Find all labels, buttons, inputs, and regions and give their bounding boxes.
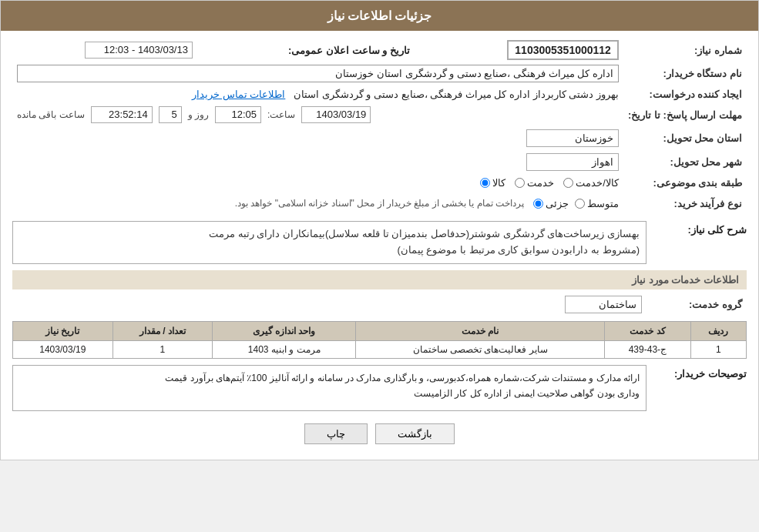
print-button[interactable]: چاپ <box>304 423 368 444</box>
announce-value: 1403/03/13 - 12:03 <box>85 42 193 59</box>
category-kala-khadamat-radio[interactable] <box>563 178 573 188</box>
table-cell: 1 <box>113 340 212 358</box>
buyer-notes-line2: وداری بودن گواهی صلاحيت ايمنی از اداره ک… <box>19 386 640 401</box>
col-header-rownum: رديف <box>690 321 746 340</box>
table-row: 1ج-43-439ساير فعاليت‌های تخصصی ساختمانمر… <box>13 340 747 358</box>
process-jozii-radio[interactable] <box>533 199 543 209</box>
page-header: جزئيات اطلاعات نياز <box>1 1 758 31</box>
creator-label: ايجاد کننده درخواست: <box>623 85 747 103</box>
category-options: کالا/خدمت خدمت کالا <box>17 177 619 189</box>
need-number-value: 1103005351000112 <box>507 40 619 60</box>
remaining-label: ساعت باقی مانده <box>17 109 85 120</box>
col-header-unit: واحد اندازه گيری <box>213 321 356 340</box>
col-header-code: کد خدمت <box>605 321 691 340</box>
response-deadline-label: مهلت ارسال پاسخ: تا تاريخ: <box>623 103 747 126</box>
buyer-org-value: اداره کل ميراث فرهنگی ،صنايع دستی و گردش… <box>17 65 619 82</box>
table-cell: 1 <box>690 340 746 358</box>
table-cell: ج-43-439 <box>605 340 691 358</box>
category-khadamat-radio[interactable] <box>515 178 525 188</box>
process-jozii: جزئی <box>533 198 569 209</box>
process-label: نوع فرآيند خريد: <box>623 192 747 215</box>
category-khadamat: خدمت <box>515 177 554 189</box>
col-header-name: نام خدمت <box>356 321 605 340</box>
buyer-org-label: نام دستگاه خريدار: <box>623 62 747 85</box>
remaining-time: 23:52:14 <box>91 106 153 123</box>
service-group-label: گروه خدمت: <box>646 293 747 316</box>
col-header-date: تاريخ نياز <box>13 321 113 340</box>
col-header-qty: تعداد / مقدار <box>113 321 212 340</box>
need-description-label: شرح کلی نياز: <box>646 221 747 264</box>
back-button[interactable]: بازگشت <box>375 423 455 444</box>
need-number-label: شماره نياز: <box>623 38 747 62</box>
table-cell: ساير فعاليت‌های تخصصی ساختمان <box>356 340 605 358</box>
contact-link[interactable]: اطلاعات تماس خريدار <box>192 89 285 100</box>
services-table: رديف کد خدمت نام خدمت واحد اندازه گيری ت… <box>12 321 747 359</box>
deadline-date: 1403/03/19 <box>301 106 371 123</box>
process-motavaset-radio[interactable] <box>575 199 585 209</box>
table-cell: 1403/03/19 <box>13 340 113 358</box>
need-description-line2: (مشروط به دارابودن سوابق کاری مرتبط با م… <box>19 243 640 259</box>
creator-value: بهروز دشتی کاربرداز اداره کل ميراث فرهنگ… <box>294 89 619 100</box>
category-kala: کالا <box>480 177 505 189</box>
category-label: طبقه بندی موضوعی: <box>623 174 747 192</box>
province-value: خوزستان <box>526 129 619 147</box>
need-description-line1: بهسازی زيرساخت‌های گردشگری شوشتر(حدفاصل … <box>19 226 640 243</box>
category-kala-khadamat: کالا/خدمت <box>563 177 619 189</box>
deadline-time: 12:05 <box>215 106 261 123</box>
province-label: استان محل تحويل: <box>623 126 747 150</box>
process-motavaset: متوسط <box>575 198 619 209</box>
service-group-value: ساختمان <box>565 296 642 313</box>
days-value: 5 <box>159 106 182 123</box>
process-note: پرداخت تمام يا بخشی از مبلغ خريدار از مح… <box>232 198 527 209</box>
services-section-label: اطلاعات خدمات مورد نياز <box>12 270 747 289</box>
days-label: روز و <box>188 109 209 120</box>
buyer-notes-box: ارائه مدارک و مستندات شرکت،شماره همراه،ک… <box>12 365 646 411</box>
table-cell: مرمت و ابنيه 1403 <box>213 340 356 358</box>
announce-label: تاريخ و ساعت اعلان عمومی: <box>288 45 410 56</box>
footer-buttons: بازگشت چاپ <box>12 423 747 444</box>
need-description-box: بهسازی زيرساخت‌های گردشگری شوشتر(حدفاصل … <box>12 221 646 264</box>
city-label: شهر محل تحويل: <box>623 150 747 174</box>
deadline-time-label: ساعت: <box>267 109 295 120</box>
category-kala-radio[interactable] <box>480 178 490 188</box>
buyer-notes-line1: ارائه مدارک و مستندات شرکت،شماره همراه،ک… <box>19 370 640 386</box>
buyer-notes-label: توصيحات خريدار: <box>646 365 747 411</box>
city-value: اهواز <box>526 153 619 171</box>
